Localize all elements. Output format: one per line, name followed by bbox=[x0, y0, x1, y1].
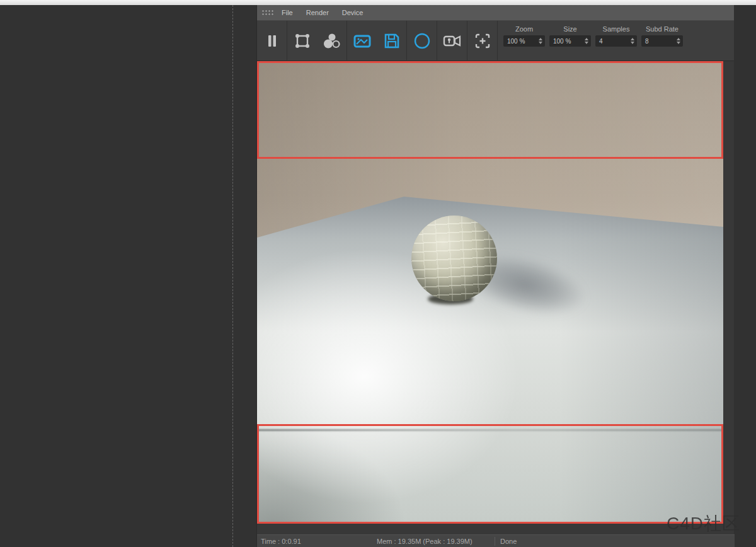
samples-input[interactable]: 4 bbox=[595, 35, 637, 47]
menu-render[interactable]: Render bbox=[306, 9, 329, 16]
subd-rate-stepper[interactable] bbox=[677, 38, 680, 44]
pause-icon bbox=[264, 33, 280, 49]
toolbar: Zoom 100 % Size 100 % Samples 4 bbox=[257, 21, 734, 61]
community-watermark: C4D社区 bbox=[667, 512, 740, 536]
camera-lock-icon bbox=[442, 33, 462, 49]
size-label: Size bbox=[563, 25, 576, 34]
render-region-icon bbox=[294, 32, 311, 50]
menu-file[interactable]: File bbox=[282, 9, 293, 16]
size-input[interactable]: 100 % bbox=[549, 35, 591, 47]
render-region-button[interactable] bbox=[287, 21, 317, 61]
zoom-field-group: Zoom 100 % bbox=[503, 25, 545, 47]
samples-label: Samples bbox=[603, 25, 630, 34]
copy-image-button[interactable] bbox=[347, 21, 377, 61]
render-viewer-window: File Render Device bbox=[256, 5, 734, 547]
palette-grip-icon[interactable] bbox=[261, 9, 273, 16]
lock-camera-button[interactable] bbox=[437, 21, 467, 61]
zoom-label: Zoom bbox=[515, 25, 533, 34]
render-mode-button[interactable] bbox=[407, 21, 437, 61]
subd-rate-label: Subd Rate bbox=[646, 25, 679, 34]
menu-bar: File Render Device bbox=[257, 5, 734, 21]
render-region-top-rect[interactable] bbox=[257, 61, 723, 159]
render-viewport[interactable] bbox=[257, 61, 723, 524]
rendered-brick-sphere bbox=[411, 216, 497, 301]
samples-field-group: Samples 4 bbox=[595, 25, 637, 47]
render-region-bottom-rect[interactable] bbox=[257, 424, 723, 524]
focus-target-icon bbox=[473, 32, 492, 50]
status-memory: Mem : 19.35M (Peak : 19.39M) bbox=[377, 538, 472, 545]
zoom-input[interactable]: 100 % bbox=[503, 35, 545, 47]
image-icon bbox=[353, 33, 372, 49]
pick-material-button[interactable] bbox=[317, 21, 346, 61]
pause-button[interactable] bbox=[257, 21, 287, 61]
toolbar-separator bbox=[497, 21, 498, 61]
save-image-button[interactable] bbox=[377, 21, 406, 61]
samples-stepper[interactable] bbox=[631, 38, 634, 44]
subd-rate-field-group: Subd Rate 8 bbox=[641, 25, 683, 47]
top-light-strip bbox=[0, 0, 756, 5]
size-stepper[interactable] bbox=[585, 38, 588, 44]
zoom-stepper[interactable] bbox=[539, 38, 542, 44]
toolbar-fields: Zoom 100 % Size 100 % Samples 4 bbox=[503, 25, 687, 47]
right-dock-strip bbox=[734, 5, 756, 547]
left-dock-panel bbox=[0, 5, 256, 547]
save-icon bbox=[383, 32, 401, 50]
status-bar: Time : 0:0.91 Mem : 19.35M (Peak : 19.39… bbox=[257, 534, 735, 547]
subd-rate-input[interactable]: 8 bbox=[641, 35, 683, 47]
circle-icon bbox=[413, 32, 432, 50]
menu-device[interactable]: Device bbox=[342, 9, 364, 16]
status-divider bbox=[495, 537, 495, 546]
sphere-shading bbox=[411, 216, 497, 301]
palette-divider-handle[interactable] bbox=[232, 5, 233, 547]
size-field-group: Size 100 % bbox=[549, 25, 591, 47]
focus-picker-button[interactable] bbox=[467, 21, 497, 61]
pick-material-icon bbox=[323, 32, 341, 50]
status-time: Time : 0:0.91 bbox=[261, 538, 301, 545]
status-state: Done bbox=[500, 538, 517, 545]
